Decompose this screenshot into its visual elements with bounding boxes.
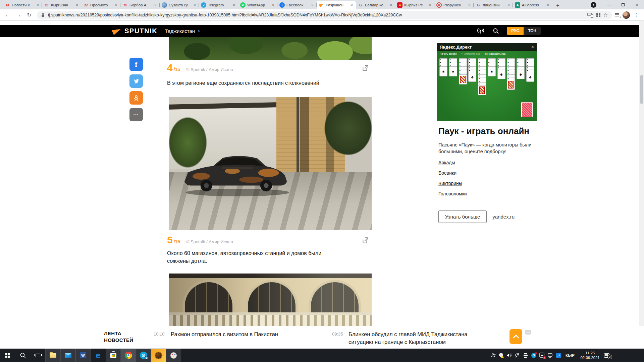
tab-novosti[interactable]: Новости К× xyxy=(3,1,42,9)
photo4-share-icon[interactable] xyxy=(362,64,369,72)
notification-center-icon[interactable]: 2 xyxy=(604,353,609,358)
tab-licenzii[interactable]: лицензии× xyxy=(474,1,513,9)
skype-tray-icon[interactable]: S xyxy=(531,353,536,358)
chevron-right-icon[interactable]: › xyxy=(198,27,200,34)
ticker-item-link[interactable]: Рахмон отправился с визитом в Пакистан xyxy=(171,330,332,338)
chrome-button[interactable] xyxy=(121,349,136,362)
paint-button[interactable] xyxy=(166,349,181,362)
tab-close-icon[interactable]: × xyxy=(428,3,432,7)
tab-close-icon[interactable]: × xyxy=(546,3,550,7)
tab-close-icon[interactable]: × xyxy=(193,3,197,7)
tab-kyrgyz[interactable]: Кыргыз Ре× xyxy=(395,1,434,9)
tab-close-icon[interactable]: × xyxy=(467,3,472,7)
tab-close-icon[interactable]: × xyxy=(153,3,158,7)
tab-kyrgyzcha[interactable]: Кыргызча× xyxy=(42,1,81,9)
edge-button[interactable]: e xyxy=(91,349,106,362)
tab-facebook[interactable]: Facebook× xyxy=(277,1,317,9)
scrollbar-thumb[interactable] xyxy=(640,75,643,104)
broadcast-icon[interactable] xyxy=(477,28,485,34)
site-brand[interactable]: SPUTNIK xyxy=(124,27,157,35)
orange-app-button[interactable] xyxy=(151,349,166,362)
back-button[interactable]: ← xyxy=(3,11,12,19)
yandex-direct-ad[interactable]: Начать заново ↩Отменить ход ◍Подсказать … xyxy=(437,43,537,223)
ad-close-icon[interactable]: × xyxy=(531,44,534,50)
share-more-button[interactable] xyxy=(129,108,143,121)
file-explorer-button[interactable] xyxy=(45,349,60,362)
bookmark-star-icon[interactable] xyxy=(603,12,608,18)
ad-title[interactable]: Паук - играть онлайн xyxy=(438,126,535,136)
gallery-photo-6[interactable] xyxy=(169,274,372,326)
volume-icon[interactable] xyxy=(506,353,512,358)
word-button[interactable]: W xyxy=(75,349,91,362)
minimize-button[interactable]: — xyxy=(602,0,616,9)
ad-link-action[interactable]: Боевики xyxy=(438,170,457,176)
tab-close-icon[interactable]: × xyxy=(271,3,275,7)
ad-cta-button[interactable]: Узнать больше xyxy=(438,210,487,223)
ad-link-arcades[interactable]: Аркады xyxy=(438,160,455,165)
close-button[interactable]: ✕ xyxy=(630,0,644,9)
address-bar[interactable]: tj.sputniknews.ru/20210529/posledstviya-… xyxy=(37,11,612,19)
lang-rus-button[interactable]: РУС xyxy=(507,27,524,35)
tab-close-icon[interactable]: × xyxy=(114,3,118,7)
maximize-button[interactable] xyxy=(616,0,630,9)
reading-list-icon[interactable] xyxy=(615,13,621,17)
apps-grid-icon[interactable] xyxy=(596,13,600,17)
clock[interactable]: 11:25 02.06.2021 xyxy=(579,351,601,360)
solitaire-ad-image[interactable]: Начать заново ↩Отменить ход ◍Подсказать … xyxy=(437,43,537,121)
sputnik-logo-icon[interactable] xyxy=(112,26,122,35)
satellite-icon[interactable] xyxy=(515,353,520,358)
tab-close-icon[interactable]: × xyxy=(75,3,79,7)
share-facebook-button[interactable] xyxy=(129,58,143,71)
tab-suzak[interactable]: Сузакта су× xyxy=(160,1,199,9)
share-twitter-button[interactable] xyxy=(129,74,143,88)
new-tab-button[interactable]: + xyxy=(553,1,562,9)
tab-close-icon[interactable]: × xyxy=(310,3,315,7)
language-toggle[interactable]: РУС ТОЧ xyxy=(507,27,541,35)
taskbar-search-button[interactable] xyxy=(15,349,30,362)
people-icon[interactable] xyxy=(491,353,496,358)
ticker-item-link[interactable]: Блинкен обсудил с главой МИД Таджикистан… xyxy=(348,330,483,346)
ad-link-puzzles[interactable]: Головоломки xyxy=(438,191,467,196)
photos-icon[interactable]: ! xyxy=(539,353,545,358)
url-text[interactable]: tj.sputniknews.ru/20210529/posledstviya-… xyxy=(48,13,584,17)
tab-prosmotr[interactable]: Просмотр× xyxy=(81,1,120,9)
ticker-collapse-button[interactable]: — xyxy=(525,330,531,335)
start-button[interactable] xyxy=(0,349,15,362)
tab-whatsapp[interactable]: WhatsApp× xyxy=(238,1,277,9)
gallery-photo-5[interactable] xyxy=(169,97,372,230)
tab-baldar[interactable]: Балдар ко× xyxy=(356,1,395,9)
share-odnoklassniki-button[interactable] xyxy=(129,91,143,105)
profile-avatar[interactable] xyxy=(623,11,630,19)
task-view-button[interactable] xyxy=(30,349,45,362)
forward-button[interactable]: → xyxy=(14,11,23,19)
store-button[interactable] xyxy=(106,349,121,362)
tab-close-icon[interactable]: × xyxy=(232,3,236,7)
scroll-to-top-button[interactable] xyxy=(509,329,522,344)
search-icon[interactable] xyxy=(493,28,499,34)
ad-link-quizzes[interactable]: Викторины xyxy=(438,181,462,186)
security-shield-icon[interactable] xyxy=(499,353,503,358)
tab-close-icon[interactable]: × xyxy=(350,3,354,7)
tab-close-icon[interactable]: × xyxy=(389,3,393,7)
page-scrollbar[interactable] xyxy=(639,21,644,349)
photo5-share-icon[interactable] xyxy=(362,237,369,244)
printer-icon[interactable] xyxy=(523,353,528,358)
skype-button[interactable]: S1 xyxy=(136,349,151,362)
language-indicator[interactable]: КЫР xyxy=(564,353,576,357)
browser-profile-icon[interactable]: ▾ xyxy=(591,2,596,8)
tab-sputnik-active[interactable]: Разрушен× xyxy=(317,1,356,9)
mail-button[interactable] xyxy=(60,349,75,362)
tab-telegram[interactable]: Telegram× xyxy=(199,1,238,9)
tab-gmail[interactable]: Борбор А× xyxy=(120,1,160,9)
send-to-devices-icon[interactable] xyxy=(587,12,593,18)
site-region[interactable]: Таджикистан xyxy=(165,28,195,34)
tab-close-icon[interactable]: × xyxy=(506,3,511,7)
tab-close-icon[interactable]: × xyxy=(36,3,40,7)
reload-button[interactable]: ↻ xyxy=(25,11,34,19)
browser-menu-icon[interactable] xyxy=(632,11,641,19)
tab-razrushen[interactable]: Разрушен× xyxy=(434,1,474,9)
lang-toj-button[interactable]: ТОЧ xyxy=(524,27,541,35)
gallery-photo-4[interactable] xyxy=(169,37,372,60)
tab-akipress[interactable]: АКИpress× xyxy=(513,1,552,9)
network-icon[interactable] xyxy=(548,353,553,358)
